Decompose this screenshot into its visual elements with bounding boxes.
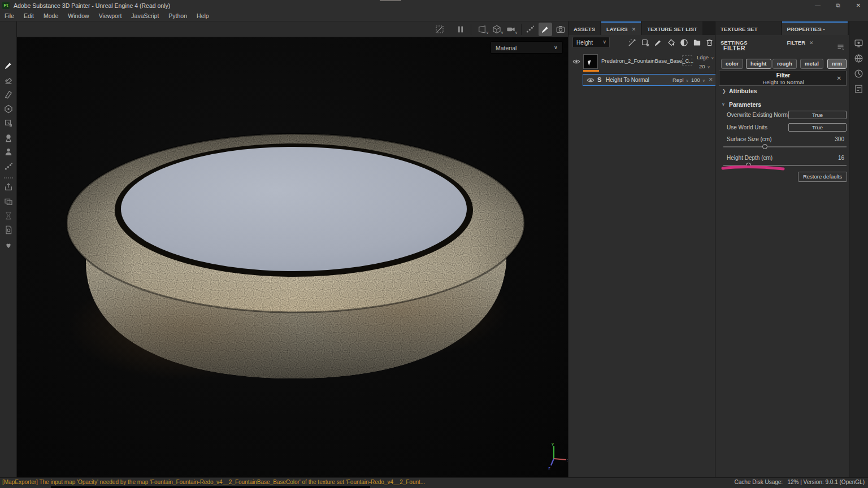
channel-metal-button[interactable]: metal bbox=[800, 59, 823, 69]
layer-name[interactable]: Predatron_2_FountainBase_Base_C... bbox=[601, 58, 693, 64]
height-depth-label: Height Depth (cm) bbox=[727, 155, 772, 161]
material-picker-tool-icon[interactable] bbox=[4, 147, 13, 156]
panel-menu-icon[interactable] bbox=[836, 43, 845, 51]
add-smart-mask-icon[interactable] bbox=[680, 38, 688, 47]
clone-tool-icon[interactable] bbox=[4, 133, 13, 142]
favorites-stack-icon[interactable] bbox=[4, 240, 13, 249]
chevron-down-icon[interactable]: ∨ bbox=[515, 30, 518, 35]
add-smart-material-icon[interactable] bbox=[628, 38, 636, 47]
close-tab-icon[interactable]: ✕ bbox=[809, 40, 814, 46]
layer-mask-slot[interactable] bbox=[682, 55, 692, 66]
title-bar: Pt Adobe Substance 3D Painter - Unreal E… bbox=[0, 0, 868, 11]
projection-tool-icon[interactable] bbox=[4, 90, 13, 99]
channel-rough-button[interactable]: rough bbox=[772, 59, 797, 69]
history-icon[interactable] bbox=[854, 69, 863, 79]
minimize-button[interactable]: — bbox=[808, 0, 827, 11]
surface-size-slider[interactable] bbox=[723, 146, 847, 147]
layer-opacity-dropdown[interactable]: 20 bbox=[699, 63, 710, 69]
effect-opacity-dropdown[interactable]: 100 bbox=[691, 77, 705, 83]
menu-window[interactable]: Window bbox=[68, 12, 89, 19]
add-folder-icon[interactable] bbox=[693, 38, 701, 47]
viewport-3d[interactable]: y x z bbox=[17, 21, 568, 477]
add-fill-layer-icon[interactable] bbox=[667, 38, 675, 47]
pause-engine-icon[interactable] bbox=[456, 25, 465, 34]
close-button[interactable]: ✕ bbox=[849, 0, 868, 11]
height-depth-value[interactable]: 16 bbox=[838, 155, 844, 161]
resources-updater-icon[interactable] bbox=[4, 197, 13, 206]
effect-blend-mode-dropdown[interactable]: Repl bbox=[672, 77, 689, 83]
tab-assets[interactable]: ASSETS bbox=[568, 21, 600, 35]
channel-color-button[interactable]: color bbox=[721, 59, 743, 69]
tab-texture-set-list[interactable]: TEXTURE SET LIST bbox=[642, 21, 702, 35]
menu-viewport[interactable]: Viewport bbox=[99, 12, 122, 19]
camera-mode-icon[interactable] bbox=[506, 25, 515, 34]
layer-row[interactable]: Predatron_2_FountainBase_Base_C... Ldge … bbox=[568, 53, 716, 73]
layer-channel-filter-dropdown[interactable]: Height ∨ bbox=[572, 37, 610, 48]
toolbar-separator bbox=[4, 177, 13, 178]
use-world-units-toggle[interactable]: True bbox=[788, 123, 847, 132]
particles-tool-icon[interactable] bbox=[4, 162, 13, 171]
tab-properties-filter[interactable]: PROPERTIES - FILTER✕ bbox=[782, 21, 848, 35]
layer-channel-filter-value: Height bbox=[576, 40, 593, 46]
attributes-section-header[interactable]: Attributes bbox=[729, 88, 757, 94]
filter-section-title: FILTER bbox=[723, 45, 745, 51]
menu-python[interactable]: Python bbox=[168, 12, 187, 19]
clear-filter-icon[interactable]: ✕ bbox=[837, 75, 841, 81]
display-settings-icon[interactable] bbox=[854, 38, 863, 48]
tab-layers[interactable]: LAYERS✕ bbox=[601, 21, 641, 35]
status-bar: [MapExporter] The input map 'Opacity' ne… bbox=[0, 477, 868, 486]
physics-brush-icon[interactable] bbox=[526, 25, 535, 34]
menu-edit[interactable]: Edit bbox=[24, 12, 34, 19]
shader-settings-icon[interactable] bbox=[854, 54, 863, 63]
layer-thumbnail[interactable] bbox=[583, 54, 598, 69]
menu-help[interactable]: Help bbox=[197, 12, 209, 19]
export-textures-icon[interactable] bbox=[4, 182, 13, 191]
close-tab-icon[interactable]: ✕ bbox=[632, 27, 636, 32]
layer-effect-row-selected[interactable]: S Height To Normal Repl 100 ✕ bbox=[583, 74, 717, 86]
chevron-down-icon: ∨ bbox=[722, 102, 725, 107]
add-paint-layer-icon[interactable] bbox=[654, 38, 662, 47]
shading-mode-dropdown[interactable]: Material ∨ bbox=[491, 41, 563, 54]
perspective-mode-icon[interactable] bbox=[478, 25, 487, 34]
menu-file[interactable]: File bbox=[5, 12, 14, 19]
delete-layer-icon[interactable] bbox=[705, 38, 714, 47]
toggle-overlay-icon[interactable] bbox=[435, 25, 444, 34]
eraser-tool-icon[interactable] bbox=[4, 76, 13, 85]
cursor-icon bbox=[588, 60, 592, 66]
log-icon[interactable] bbox=[854, 84, 863, 94]
surface-size-slider-knob[interactable] bbox=[762, 144, 767, 149]
polygon-fill-tool-icon[interactable] bbox=[4, 104, 13, 114]
layer-visibility-eye-icon[interactable] bbox=[572, 58, 580, 66]
toolbar-separator bbox=[471, 24, 471, 35]
menu-javascript[interactable]: JavaScript bbox=[131, 12, 159, 19]
filter-slot-value: Height To Normal bbox=[719, 79, 847, 85]
project-document-icon[interactable] bbox=[4, 225, 13, 234]
restore-button[interactable]: ⧉ bbox=[828, 0, 848, 11]
remove-effect-icon[interactable]: ✕ bbox=[709, 77, 713, 82]
layer-blend-mode-dropdown[interactable]: Ldge bbox=[697, 54, 714, 60]
effect-name[interactable]: Height To Normal bbox=[606, 77, 649, 83]
parameters-section-header[interactable]: Parameters bbox=[729, 101, 761, 108]
menu-mode[interactable]: Mode bbox=[44, 12, 58, 19]
pending-tasks-icon[interactable] bbox=[4, 211, 13, 220]
channel-nrm-button[interactable]: nrm bbox=[827, 59, 847, 69]
chevron-down-icon[interactable]: ∨ bbox=[501, 30, 504, 35]
overwrite-existing-normal-toggle[interactable]: True bbox=[788, 111, 847, 119]
filter-slot-title: Filter bbox=[719, 72, 847, 79]
taskbar-peek-strip bbox=[380, 0, 401, 1]
effect-visibility-eye-icon[interactable] bbox=[587, 76, 594, 84]
add-effect-icon[interactable] bbox=[641, 38, 649, 47]
tab-texture-set-settings[interactable]: TEXTURE SET SETTINGS bbox=[715, 21, 781, 35]
smudge-tool-icon[interactable] bbox=[4, 119, 13, 128]
paint-mode-icon[interactable] bbox=[541, 25, 550, 34]
geometry-mode-icon[interactable] bbox=[492, 25, 501, 34]
snapshot-camera-icon[interactable] bbox=[556, 25, 565, 34]
surface-size-value[interactable]: 300 bbox=[835, 136, 844, 142]
filter-resource-slot[interactable]: Filter Height To Normal ✕ bbox=[719, 71, 847, 86]
layer-selected-channel-bar bbox=[583, 70, 599, 72]
paint-tool-icon[interactable] bbox=[4, 61, 13, 70]
restore-defaults-button[interactable]: Restore defaults bbox=[798, 172, 847, 182]
channel-height-button[interactable]: height bbox=[746, 59, 771, 69]
chevron-down-icon[interactable]: ∨ bbox=[486, 30, 489, 35]
layers-panel-tabbar: ASSETS LAYERS✕ TEXTURE SET LIST bbox=[568, 21, 715, 35]
